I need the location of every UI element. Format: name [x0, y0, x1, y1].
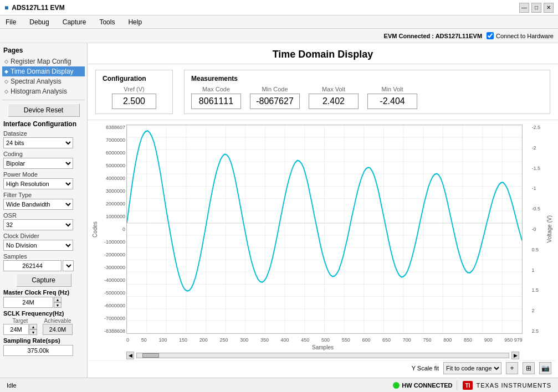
y-scale-select[interactable]: Fit to code range Fit to data Custom	[443, 362, 501, 374]
connect-hw-label: Connect to Hardware	[496, 33, 554, 39]
scroll-right-button[interactable]: ▶	[511, 352, 519, 359]
datasize-select[interactable]: 24 bits 16 bits 32 bits	[3, 137, 73, 148]
sclk-target-input[interactable]	[3, 324, 29, 335]
y-volt-5: -0	[531, 226, 536, 232]
content-area: Time Domain Display Configuration Vref (…	[88, 43, 558, 378]
zoom-in-button[interactable]: +	[506, 362, 518, 374]
maximize-button[interactable]: □	[531, 3, 541, 13]
chart-svg-wrapper	[126, 125, 523, 334]
codes-axis-label: Codes	[92, 221, 98, 238]
coding-field: Coding Bipolar Unipolar	[2, 151, 85, 169]
scroll-track[interactable]	[136, 353, 509, 358]
y-code-9: -1000000	[104, 239, 125, 245]
y-code-12: -4000000	[104, 277, 125, 283]
samples-input[interactable]: 262144	[3, 260, 62, 271]
max-code-label: Max Code	[202, 86, 230, 92]
y-volt-4: -0.5	[531, 206, 540, 212]
osr-field: OSR 32 16 64	[2, 212, 85, 230]
filter-type-select[interactable]: Wide Bandwidth Sinc1 Sinc3	[3, 199, 73, 210]
config-section-title: Configuration	[103, 75, 166, 82]
scroll-left-button[interactable]: ◀	[126, 352, 134, 359]
sidebar-item-time-domain[interactable]: ◆ Time Domain Display	[2, 66, 85, 76]
scroll-thumb[interactable]	[142, 353, 159, 358]
chart-inner: 8388607 7000000 6000000 5000000 4000000 …	[90, 125, 556, 350]
idle-status: Idle	[7, 382, 17, 389]
nav-item-label-0: Register Map Config	[11, 58, 71, 65]
minimize-button[interactable]: —	[519, 3, 529, 13]
sclk-achievable-input	[43, 324, 73, 335]
max-volt-field: Max Volt 2.402	[309, 86, 359, 109]
sclk-target-down[interactable]: ▼	[29, 329, 37, 335]
filter-type-field: Filter Type Wide Bandwidth Sinc1 Sinc3	[2, 192, 85, 210]
device-reset-button[interactable]: Device Reset	[8, 104, 80, 117]
x-axis-title: Samples	[312, 344, 334, 350]
y-code-4: 4000000	[106, 176, 125, 181]
sidebar: Pages ◇ Register Map Config ◆ Time Domai…	[0, 43, 88, 378]
sidebar-item-histogram[interactable]: ◇ Histogram Analysis	[2, 86, 85, 96]
measurements-fields: Max Code 8061111 Min Code -8067627 Max V…	[191, 86, 543, 109]
menu-capture[interactable]: Capture	[59, 17, 90, 27]
master-clock-down[interactable]: ▼	[54, 302, 62, 308]
menu-help[interactable]: Help	[125, 17, 145, 27]
sampling-rate-input: 375.00k	[3, 345, 73, 356]
status-right: HW CONNECTED TI TEXAS INSTRUMENTS	[393, 380, 551, 391]
power-mode-select[interactable]: High Resolution Low Power Low Speed	[3, 178, 73, 189]
menu-file[interactable]: File	[2, 17, 19, 27]
y-code-3: 5000000	[106, 163, 125, 168]
vref-label: Vref (V)	[124, 86, 145, 92]
y-volt-8: 1.5	[531, 287, 539, 293]
sidebar-item-register-map[interactable]: ◇ Register Map Config	[2, 56, 85, 66]
menu-tools[interactable]: Tools	[96, 17, 118, 27]
measurements-title: Measurements	[191, 75, 543, 82]
y-code-2: 6000000	[106, 150, 125, 156]
y-code-1: 7000000	[106, 137, 125, 143]
clock-divider-select[interactable]: No Division /2 /4	[3, 240, 73, 251]
chart-svg	[126, 125, 523, 334]
nav-diamond-icon-0: ◇	[4, 59, 8, 64]
main-layout: Pages ◇ Register Map Config ◆ Time Domai…	[0, 43, 558, 378]
hw-connected-dot	[393, 382, 400, 389]
osr-select[interactable]: 32 16 64	[3, 219, 73, 230]
max-code-field: Max Code 8061111	[191, 86, 241, 109]
y-volt-2: -1.5	[531, 166, 540, 171]
datasize-label: Datasize	[3, 130, 84, 137]
master-clock-label: Master Clock Freq (Hz)	[3, 289, 84, 296]
nav-item-label-2: Spectral Analysis	[11, 78, 61, 85]
y-code-16: -8388608	[104, 328, 125, 334]
sidebar-item-spectral[interactable]: ◇ Spectral Analysis	[2, 76, 85, 86]
master-clock-up[interactable]: ▲	[54, 297, 62, 302]
min-code-value: -8067627	[250, 94, 300, 109]
status-bar: Idle HW CONNECTED TI TEXAS INSTRUMENTS	[0, 378, 558, 392]
max-code-value: 8061111	[191, 94, 241, 109]
svg-text:TI: TI	[465, 383, 470, 389]
y-code-5: 3000000	[106, 188, 125, 194]
samples-dropdown[interactable]	[63, 260, 74, 271]
capture-button[interactable]: Capture	[16, 274, 71, 287]
title-bar: ■ ADS127L11 EVM — □ ✕	[0, 0, 558, 16]
ti-logo: TI TEXAS INSTRUMENTS	[462, 380, 551, 391]
power-mode-field: Power Mode High Resolution Low Power Low…	[2, 171, 85, 189]
y-code-6: 2000000	[106, 201, 125, 207]
power-mode-label: Power Mode	[3, 171, 84, 178]
min-code-label: Min Code	[262, 86, 288, 92]
pages-label: Pages	[2, 47, 85, 54]
y-volt-9: 2	[531, 308, 534, 313]
y-code-8: 0	[122, 226, 125, 232]
chart-snapshot-button[interactable]: 📷	[539, 362, 551, 374]
title-bar-left: ■ ADS127L11 EVM	[4, 4, 65, 12]
iface-config-title: Interface Configuration	[3, 120, 85, 128]
menu-debug[interactable]: Debug	[26, 17, 52, 27]
sclk-achievable-label: Achievable	[44, 318, 71, 324]
master-clock-input[interactable]: 24M	[3, 297, 53, 308]
max-volt-value: 2.402	[309, 94, 359, 109]
sclk-target-up[interactable]: ▲	[29, 324, 37, 329]
close-button[interactable]: ✕	[544, 3, 554, 13]
coding-select[interactable]: Bipolar Unipolar	[3, 158, 73, 169]
connect-hw-checkbox[interactable]	[487, 32, 494, 39]
status-top: EVM Connected : ADS127L11EVM Connect to …	[0, 29, 558, 43]
config-measurements-row: Configuration Vref (V) 2.500 Measurement…	[88, 64, 558, 120]
vref-value: 2.500	[112, 94, 156, 109]
nav-item-label-1: Time Domain Display	[11, 68, 74, 75]
chart-grid-button[interactable]: ⊞	[523, 362, 535, 374]
min-volt-value: -2.404	[367, 94, 417, 109]
